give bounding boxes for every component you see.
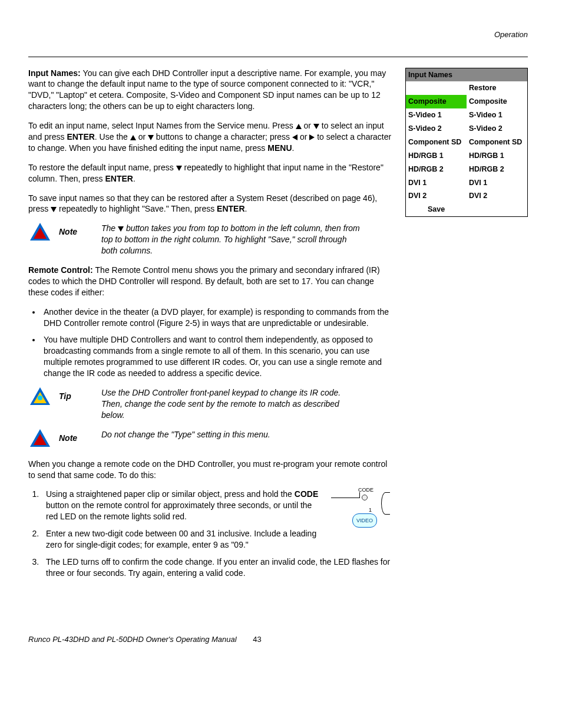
paragraph-restore: To restore the default input name, press… (28, 162, 395, 185)
section-header: Operation (28, 29, 528, 40)
up-arrow-icon (296, 124, 302, 129)
lead-remote-control: Remote Control: (28, 265, 95, 275)
note-label: Note (59, 223, 94, 238)
lead-input-names: Input Names: (28, 68, 83, 78)
table-cell: DVI 1 (406, 176, 467, 190)
up-arrow-icon (130, 135, 136, 140)
table-cell: S-Video 2 (467, 122, 528, 136)
bullet-list: Another device in the theater (a DVD pla… (28, 307, 395, 379)
table-title: Input Names (406, 68, 528, 81)
table-cell: S-Video 2 (406, 122, 467, 136)
paragraph-save: To save input names so that they can be … (28, 193, 395, 215)
paragraph-input-names: Input Names: You can give each DHD Contr… (28, 68, 395, 113)
table-cell: S-Video 1 (406, 108, 467, 122)
led-icon (362, 495, 368, 500)
table-cell: HD/RGB 2 (406, 163, 467, 176)
list-item: The LED turns off to confirm the code ch… (41, 556, 395, 579)
input-names-table: Input Names Restore CompositeCompositeS-… (405, 68, 528, 218)
list-item: Another device in the theater (a DVD pla… (41, 307, 395, 329)
note-label: Note (59, 429, 94, 444)
table-cell: Component SD (406, 136, 467, 149)
table-cell: Composite (406, 95, 467, 108)
page-number: 43 (253, 635, 261, 644)
tip-label: Tip (59, 387, 94, 402)
one-label: 1 (369, 506, 372, 513)
down-arrow-icon (313, 124, 319, 129)
paragraph-reprogram: When you change a remote code on the DHD… (28, 459, 395, 481)
code-label: CODE (358, 486, 373, 493)
table-cell: S-Video 1 (467, 108, 528, 122)
down-arrow-icon (51, 207, 57, 212)
table-cell: HD/RGB 1 (467, 149, 528, 163)
table-cell: Composite (467, 95, 528, 108)
remote-diagram: CODE 1 VIDEO (331, 486, 390, 533)
note-text: Do not change the "Type" setting in this… (101, 429, 270, 440)
footer-title: Runco PL-43DHD and PL-50DHD Owner's Oper… (28, 635, 237, 644)
paragraph-remote-control: Remote Control: The Remote Control menu … (28, 265, 395, 298)
note-callout: Note Do not change the "Type" setting in… (28, 429, 395, 447)
down-arrow-icon (176, 166, 182, 171)
video-button: VIDEO (352, 513, 377, 528)
table-cell: Component SD (467, 136, 528, 149)
note-callout: Note The button takes you from top to bo… (28, 223, 395, 256)
table-cell: HD/RGB 2 (467, 163, 528, 176)
tip-callout: Tip Use the DHD Controller front-panel k… (28, 387, 395, 421)
save-cell: Save (406, 203, 467, 216)
body-column: Input Names: You can give each DHD Contr… (28, 68, 395, 587)
tip-icon (30, 387, 50, 405)
down-arrow-icon (148, 135, 154, 140)
table-cell: HD/RGB 1 (406, 149, 467, 163)
paragraph-edit: To edit an input name, select Input Name… (28, 120, 395, 154)
note-text: The button takes you from top to bottom … (101, 223, 361, 256)
left-arrow-icon (292, 134, 297, 140)
note-icon (30, 223, 50, 241)
table-cell: DVI 2 (467, 189, 528, 203)
down-arrow-icon (118, 226, 124, 232)
note-icon (30, 429, 50, 447)
tip-text: Use the DHD Controller front-panel keypa… (101, 387, 361, 421)
list-item: You have multiple DHD Controllers and wa… (41, 334, 395, 379)
divider (28, 57, 528, 57)
table-cell: DVI 2 (406, 189, 467, 203)
table-cell: DVI 1 (467, 176, 528, 190)
restore-header: Restore (467, 81, 528, 95)
footer: Runco PL-43DHD and PL-50DHD Owner's Oper… (28, 634, 528, 645)
right-arrow-icon (309, 134, 315, 140)
